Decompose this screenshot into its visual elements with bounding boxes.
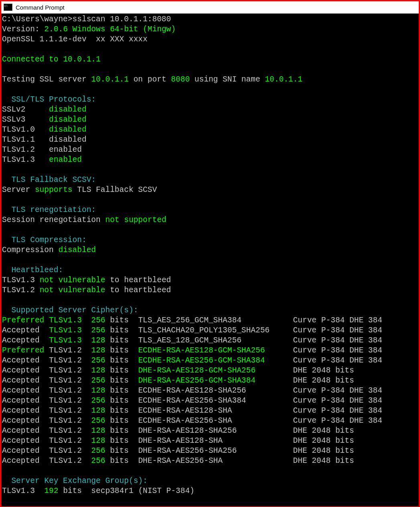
window: Command Prompt C:\Users\wayne>sslscan 10… bbox=[0, 0, 420, 507]
window-title: Command Prompt bbox=[16, 4, 65, 11]
titlebar[interactable]: Command Prompt bbox=[1, 1, 419, 14]
terminal-output[interactable]: C:\Users\wayne>sslscan 10.0.1.1:8080Vers… bbox=[1, 14, 419, 506]
cmd-icon bbox=[4, 4, 12, 11]
